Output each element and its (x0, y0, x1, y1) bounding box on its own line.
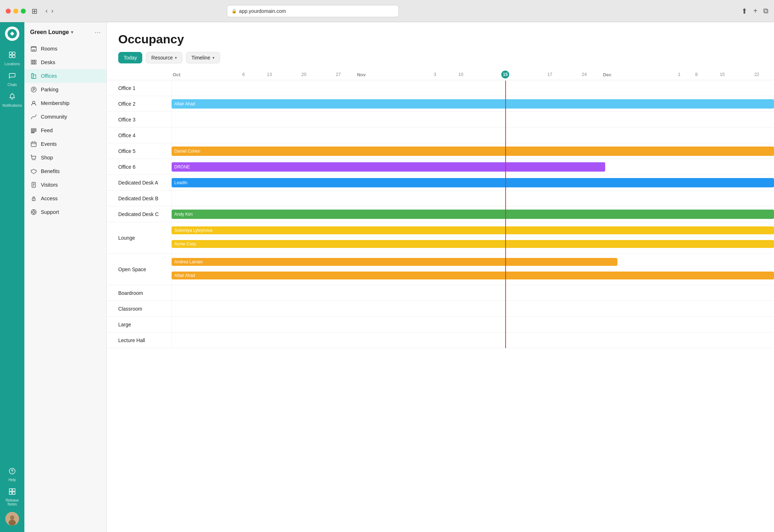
table-row: Open SpaceAndrea LarrainAltair Ahad (107, 254, 774, 285)
nav-label-shop: Shop (41, 155, 53, 160)
sidebar-header: Green Lounge ▾ ··· (24, 22, 106, 40)
gantt-bar[interactable]: Altair Ahad (172, 272, 774, 279)
gantt-bar[interactable]: LeadIn (172, 178, 774, 187)
nav-label-desks: Desks (41, 59, 55, 65)
traffic-light-green[interactable] (21, 9, 26, 14)
address-bar[interactable]: 🔒 app.yourdomain.com (227, 5, 399, 17)
workspace-title[interactable]: Green Lounge ▾ (30, 29, 73, 35)
svg-rect-9 (13, 489, 15, 491)
help-item[interactable]: Help (0, 465, 24, 484)
day-1: 1 (670, 69, 688, 80)
forward-button[interactable]: › (51, 7, 53, 15)
resource-dropdown[interactable]: Resource ▾ (146, 52, 182, 63)
lock-icon: 🔒 (231, 9, 237, 14)
resource-name-cell: Lecture Hall (107, 332, 171, 348)
gantt-bar[interactable]: Andy Kim (172, 210, 774, 219)
parking-icon (30, 86, 37, 93)
nav-label-events: Events (41, 141, 57, 147)
gantt-bar[interactable]: DRONE (172, 162, 606, 172)
svg-rect-8 (9, 489, 12, 491)
nav-item-events[interactable]: Events (24, 137, 106, 151)
day-8-dec: 8 (688, 69, 705, 80)
day-17: 17 (532, 69, 567, 80)
nav-label-offices: Offices (41, 73, 57, 79)
notifications-icon (8, 92, 16, 102)
sidebar-nav: Rooms Desks (24, 40, 106, 220)
resource-name-cell: Office 6 (107, 159, 171, 175)
nav-item-membership[interactable]: Membership (24, 96, 106, 110)
resource-name-cell: Office 2 (107, 96, 171, 112)
gantt-cell (171, 191, 774, 206)
nav-item-benefits[interactable]: Benefits (24, 164, 106, 178)
nav-item-desks[interactable]: Desks (24, 56, 106, 69)
resource-name-cell: Classroom (107, 301, 171, 317)
resource-name-cell: Office 4 (107, 128, 171, 143)
nav-item-rooms[interactable]: Rooms (24, 42, 106, 56)
table-row: LoungeSolomiya LytvynovaAcme Corp. (107, 222, 774, 254)
traffic-lights (6, 9, 26, 14)
day-15-dec: 15 (705, 69, 740, 80)
sidebar-item-notifications[interactable]: Notifications (0, 90, 24, 110)
app-logo[interactable] (5, 27, 19, 41)
sidebar-item-locations[interactable]: Locations (0, 48, 24, 69)
chats-icon (8, 72, 16, 82)
nav-label-access: Access (41, 196, 58, 201)
traffic-light-yellow[interactable] (13, 9, 18, 14)
nav-label-feed: Feed (41, 128, 53, 133)
nav-item-parking[interactable]: Parking (24, 83, 106, 96)
release-notes-item[interactable]: Release Notes (0, 485, 24, 508)
table-row: Dedicated Desk ALeadIn (107, 175, 774, 191)
resource-col-header (107, 69, 171, 80)
nav-item-feed[interactable]: Feed (24, 124, 106, 137)
traffic-light-red[interactable] (6, 9, 11, 14)
gantt-bar[interactable]: Daniel Cohen (172, 147, 774, 156)
svg-rect-11 (13, 492, 15, 494)
back-button[interactable]: ‹ (46, 7, 48, 15)
share-button[interactable]: ⬆ (741, 7, 747, 15)
new-tab-button[interactable]: + (753, 7, 758, 15)
gantt-bar[interactable]: Andrea Larrain (172, 258, 617, 266)
help-icon (8, 467, 16, 477)
timeline-dropdown[interactable]: Timeline ▾ (186, 52, 220, 63)
nav-item-community[interactable]: Community (24, 110, 106, 124)
help-label: Help (9, 478, 16, 482)
sidebar-item-chats[interactable]: Chats (0, 69, 24, 90)
events-icon (30, 140, 37, 148)
shop-icon (30, 154, 37, 161)
gantt-cell: DRONE (171, 159, 774, 175)
table-row: Dedicated Desk CAndy Kim (107, 206, 774, 222)
rail-bottom: Help Release Notes (0, 465, 24, 532)
gantt-cell: Andy Kim (171, 206, 774, 222)
nav-label-community: Community (41, 114, 67, 120)
membership-icon (30, 100, 37, 107)
resource-name-cell: Office 3 (107, 112, 171, 128)
resource-label: Resource (151, 55, 173, 61)
nav-item-support[interactable]: Support (24, 205, 106, 219)
table-row: Office 5Daniel Cohen (107, 143, 774, 159)
sidebar-more-button[interactable]: ··· (95, 28, 101, 36)
svg-rect-15 (31, 47, 36, 51)
svg-point-31 (34, 160, 35, 160)
gantt-bar[interactable]: Acme Corp. (172, 240, 774, 248)
nav-item-access[interactable]: Access (24, 192, 106, 205)
nav-item-offices[interactable]: Offices (24, 69, 106, 83)
svg-rect-4 (9, 55, 12, 58)
feed-icon (30, 127, 37, 134)
nav-label-support: Support (41, 209, 59, 215)
desks-icon (30, 59, 37, 66)
gantt-cell (171, 80, 774, 96)
day-10: 10 (444, 69, 478, 80)
resource-name-cell: Office 5 (107, 143, 171, 159)
month-oct: Oct (171, 69, 235, 80)
svg-rect-2 (9, 52, 12, 54)
nav-item-visitors[interactable]: Visitors (24, 178, 106, 192)
timeline-label: Timeline (191, 55, 210, 61)
gantt-bar[interactable]: Altair Ahad (172, 99, 774, 109)
gantt-bar[interactable]: Solomiya Lytvynova (172, 226, 774, 234)
table-row: Office 3 (107, 112, 774, 128)
nav-item-shop[interactable]: Shop (24, 151, 106, 164)
user-avatar-item[interactable] (0, 510, 24, 528)
today-button[interactable]: Today (118, 52, 142, 63)
sidebar-toggle-button[interactable]: ⊞ (32, 7, 38, 15)
tabs-button[interactable]: ⧉ (763, 7, 768, 15)
